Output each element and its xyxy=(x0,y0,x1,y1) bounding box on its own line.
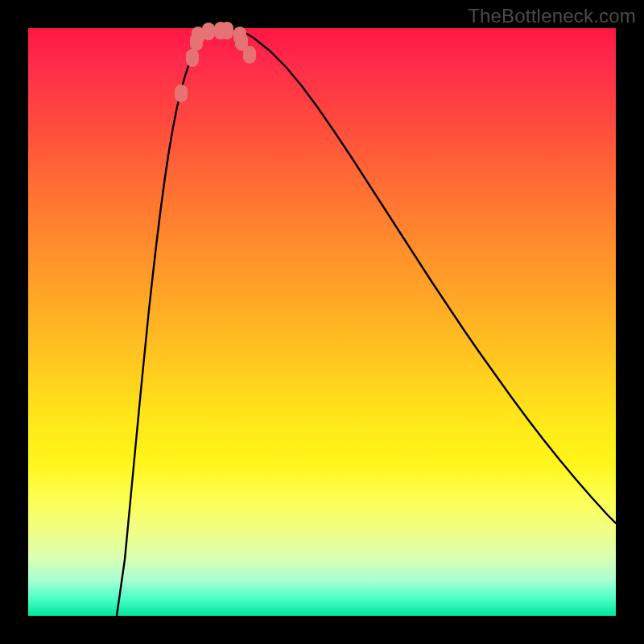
marker-right-lower xyxy=(233,27,246,44)
curve-layer xyxy=(28,28,616,616)
marker-bottom-2 xyxy=(202,23,215,40)
marker-bottom-1 xyxy=(192,27,204,44)
marker-bottom-4 xyxy=(221,22,233,39)
plot-area xyxy=(28,28,616,616)
right-curve xyxy=(229,28,616,523)
marker-left-upper xyxy=(175,85,188,102)
marker-bottom-3 xyxy=(214,22,227,39)
marker-left-mid xyxy=(186,49,199,67)
curve-floor xyxy=(217,28,229,29)
watermark-text: TheBottleneck.com xyxy=(468,5,636,27)
marker-right-upper xyxy=(243,46,256,64)
marker-right-mid xyxy=(235,33,248,51)
marker-left-lower xyxy=(190,33,203,51)
chart-frame: TheBottleneck.com xyxy=(0,0,644,644)
left-curve xyxy=(117,28,217,616)
